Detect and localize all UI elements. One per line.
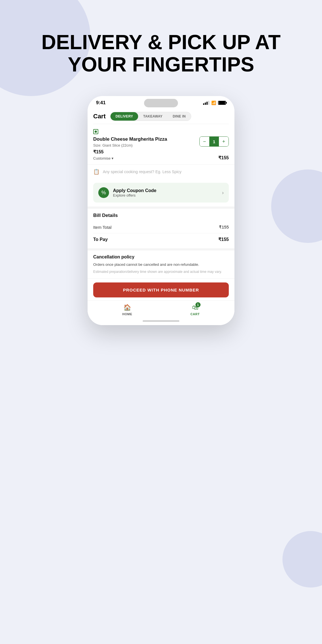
- cart-nav-label: CART: [190, 312, 200, 316]
- item-name: Double Cheese Margherita Pizza: [93, 136, 199, 142]
- cancellation-title: Cancellation policy: [93, 254, 229, 260]
- bill-item-total-label: Item Total: [93, 225, 112, 230]
- status-icons: 📶: [203, 101, 226, 105]
- cart-title: Cart: [93, 113, 106, 120]
- bill-divider: [93, 233, 229, 233]
- coupon-title: Apply Coupon Code: [113, 188, 218, 193]
- battery-icon: [218, 101, 226, 105]
- veg-icon: [93, 129, 98, 134]
- bill-title: Bill Details: [93, 213, 229, 218]
- bill-to-pay-amount: ₹155: [218, 237, 229, 242]
- wifi-icon: 📶: [211, 101, 216, 105]
- coupon-icon: %: [98, 187, 109, 198]
- home-indicator: [88, 318, 234, 325]
- proceed-button[interactable]: PROCEED WITH PHONE NUMBER: [93, 282, 229, 297]
- item-row: Double Cheese Margherita Pizza Size: Gia…: [93, 136, 229, 160]
- item-size: Size: Giant Slice (22cm): [93, 143, 199, 147]
- coupon-section[interactable]: % Apply Coupon Code Explore offers ›: [93, 183, 229, 203]
- home-bar: [143, 320, 179, 322]
- bg-circle-right: [271, 169, 322, 243]
- phone-screen: 9:41 📶 Cart DELIVERY: [88, 96, 234, 325]
- status-bar: 9:41 📶: [88, 96, 234, 108]
- customise-button[interactable]: Customise ▾: [93, 156, 199, 160]
- item-total-price: ₹155: [218, 155, 229, 160]
- bill-item-total-amount: ₹155: [219, 225, 229, 230]
- nav-item-home[interactable]: 🏠 HOME: [122, 304, 132, 316]
- proceed-section: PROCEED WITH PHONE NUMBER: [88, 278, 234, 300]
- app-content: Cart DELIVERY TAKEAWAY DINE IN Double Ch…: [88, 108, 234, 325]
- bill-section: Bill Details Item Total ₹155 To Pay ₹155: [88, 206, 234, 248]
- cancellation-section: Cancellation policy Orders once placed c…: [88, 248, 234, 278]
- tab-delivery[interactable]: DELIVERY: [110, 112, 138, 121]
- bill-to-pay-label: To Pay: [93, 237, 108, 242]
- home-nav-label: HOME: [122, 312, 132, 316]
- calendar-icon: 📋: [93, 169, 99, 175]
- cancellation-text: Orders once placed cannot be cancelled a…: [93, 262, 229, 267]
- decrease-quantity-button[interactable]: −: [200, 136, 209, 147]
- item-info: Double Cheese Margherita Pizza Size: Gia…: [93, 136, 199, 160]
- cart-badge: 1: [195, 302, 201, 307]
- bill-item-total-row: Item Total ₹155: [93, 222, 229, 232]
- tab-dine-in[interactable]: DINE IN: [167, 112, 191, 121]
- cancellation-subtext: Estimated preparation/delivery time show…: [93, 269, 229, 274]
- bottom-nav: 🏠 HOME 🛍 1 CART: [88, 300, 234, 318]
- status-time: 9:41: [96, 100, 106, 106]
- bg-circle-bottom-right: [282, 531, 322, 588]
- quantity-value: 1: [209, 136, 219, 147]
- nav-item-cart[interactable]: 🛍 1 CART: [190, 304, 200, 316]
- delivery-tabs: DELIVERY TAKEAWAY DINE IN: [110, 112, 191, 121]
- special-request-section[interactable]: 📋 Any special cooking request? Eg. Less …: [88, 164, 234, 179]
- phone-mockup: 9:41 📶 Cart DELIVERY: [88, 96, 234, 325]
- special-request-placeholder: Any special cooking request? Eg. Less Sp…: [103, 169, 182, 174]
- signal-icon: [203, 101, 209, 105]
- increase-quantity-button[interactable]: +: [219, 136, 229, 147]
- cart-item-section: Double Cheese Margherita Pizza Size: Gia…: [88, 124, 234, 164]
- home-icon: 🏠: [123, 304, 131, 311]
- tab-takeaway[interactable]: TAKEAWAY: [138, 112, 167, 121]
- cart-header: Cart DELIVERY TAKEAWAY DINE IN: [88, 108, 234, 124]
- chevron-down-icon: ▾: [112, 156, 114, 160]
- coupon-subtitle: Explore offers: [113, 193, 218, 197]
- chevron-right-icon: ›: [222, 190, 224, 196]
- quantity-control: − 1 +: [199, 136, 229, 147]
- coupon-text: Apply Coupon Code Explore offers: [113, 188, 218, 197]
- bill-to-pay-row: To Pay ₹155: [93, 234, 229, 244]
- hero-title: DELIVERY & PICK UP AT YOUR FINGERTIPS: [0, 31, 322, 76]
- notch: [144, 99, 178, 107]
- item-price: ₹155: [93, 149, 199, 155]
